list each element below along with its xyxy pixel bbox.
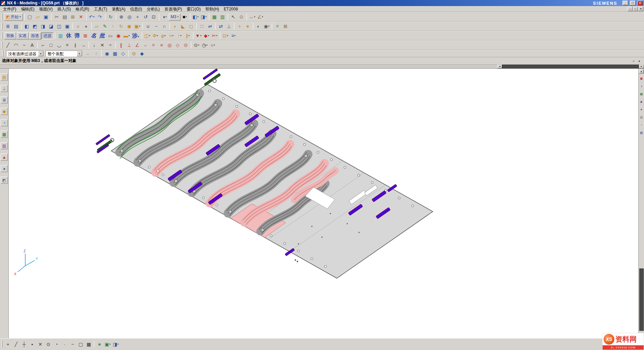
circle-diameter-icon[interactable]: ○▾	[209, 41, 217, 49]
trim-punch-icon[interactable]: ✂▾	[211, 32, 219, 40]
pan-view-icon[interactable]: +	[134, 13, 141, 21]
menu-help[interactable]: 帮助(H)	[203, 6, 222, 12]
dropdown-arrow-icon[interactable]: ▾	[262, 15, 263, 18]
shaded-style-icon[interactable]: ◑▾	[161, 13, 168, 21]
coincident-constraint-icon[interactable]: ◇	[174, 41, 182, 49]
layer-settings-icon[interactable]: ≣	[4, 23, 12, 30]
view-shortcut-icon[interactable]: ◨▾	[112, 341, 120, 348]
fillet-curve-icon[interactable]: ◡	[55, 41, 63, 49]
dowel-pin-icon[interactable]: φ▾	[160, 32, 167, 40]
arc-center-snap-icon[interactable]: ⊙	[44, 341, 52, 348]
selection-scope-dropdown-icon[interactable]: ▾	[77, 51, 82, 56]
render-history-tab[interactable]: ◔	[639, 123, 644, 127]
datum-plane-icon[interactable]: ▱	[93, 23, 101, 30]
dropdown-arrow-icon[interactable]: ▾	[109, 343, 111, 346]
scene-editor-tab[interactable]: ◆	[639, 99, 644, 104]
tangent-constraint-icon[interactable]: ⌣	[141, 41, 149, 49]
toolbar-grip[interactable]	[2, 42, 3, 49]
information-window-icon[interactable]: ▥	[219, 13, 226, 21]
text-curve-icon[interactable]: A	[28, 41, 36, 49]
dropdown-arrow-icon[interactable]: ▾	[178, 15, 179, 18]
materials-tab[interactable]: ▨	[1, 142, 8, 149]
start-menu-button[interactable]: ◩开始▾	[4, 13, 23, 21]
selection-filter-dropdown-icon[interactable]: ▾	[38, 51, 43, 56]
divide-curve-icon[interactable]: ÷	[106, 41, 114, 49]
dropdown-arrow-icon[interactable]: ▾	[149, 34, 150, 37]
work-part-gem-icon[interactable]: ◆	[138, 50, 146, 58]
save-icon[interactable]: ▣	[42, 13, 50, 21]
edge-blend-icon[interactable]: ◗	[171, 23, 179, 30]
cut-icon[interactable]: ✂	[53, 13, 61, 21]
dropdown-arrow-icon[interactable]: ▾	[208, 34, 209, 37]
constraint-navigator-tab[interactable]: ⊥	[1, 85, 8, 92]
hole-icon[interactable]: ◉	[125, 23, 133, 30]
midpoint-snap-icon[interactable]: ┼	[20, 341, 28, 348]
view-fit-icon[interactable]: ▣	[63, 23, 71, 30]
show-hide-icon[interactable]: ◉▾	[263, 23, 270, 30]
blank-nesting-icon[interactable]: ▭	[106, 32, 114, 40]
refresh-view-icon[interactable]: ↻	[107, 13, 115, 21]
menu-file[interactable]: 文件(F)	[1, 6, 19, 12]
lock-layers-icon[interactable]: ⊠	[282, 23, 289, 30]
dropdown-arrow-icon[interactable]: ▾	[157, 34, 158, 37]
toolbar-grip[interactable]	[2, 13, 3, 20]
menu-assemblies[interactable]: 装配(A)	[109, 6, 128, 12]
view-top-icon[interactable]: ◩	[31, 23, 39, 30]
arc-icon[interactable]: ◠	[12, 41, 20, 49]
profile-icon[interactable]: ⌐	[39, 41, 47, 49]
solid-transparent-button[interactable]: 实透	[17, 32, 29, 39]
effects-tab[interactable]: ●	[639, 107, 644, 112]
zoom-window-icon[interactable]: ◎	[126, 13, 133, 21]
display-modes-tab[interactable]: ▧	[639, 130, 644, 135]
hole-table-icon[interactable]: ⊡▾	[222, 32, 229, 40]
statusbar-expand-icon[interactable]: ▪	[637, 58, 642, 64]
dropdown-arrow-icon[interactable]: ▾	[186, 15, 187, 18]
shaded-display-icon[interactable]: ●	[82, 23, 90, 30]
dropdown-arrow-icon[interactable]: ▾	[234, 34, 236, 37]
arc-three-point-icon[interactable]: ◷▾	[201, 41, 208, 49]
strip-layout-model[interactable]: Z Y X	[9, 69, 638, 338]
work-layer-button[interactable]: M3▾	[169, 13, 181, 21]
screw-insert-icon[interactable]: Φ▾	[152, 32, 159, 40]
orient-view-icon[interactable]: ◧▾	[192, 13, 199, 21]
angle-dimension-icon[interactable]: ∠	[133, 41, 141, 49]
dropdown-arrow-icon[interactable]: ▾	[138, 35, 139, 38]
menu-tools[interactable]: 工具(T)	[92, 6, 109, 12]
toolbar-grip[interactable]	[2, 341, 3, 348]
point-on-curve-snap-icon[interactable]: ~	[69, 341, 76, 348]
layer-category-icon[interactable]: ▤	[12, 23, 20, 30]
lasso-select-icon[interactable]: ◇	[119, 50, 127, 58]
control-point-snap-icon[interactable]: ▪	[28, 341, 36, 348]
ming-tool-button[interactable]: 名	[90, 32, 98, 40]
pressure-center-icon[interactable]: ◉	[115, 32, 122, 40]
dropdown-arrow-icon[interactable]: ▾	[254, 15, 255, 18]
selection-filter-combo[interactable]: 没有选择过滤器 ▾	[6, 51, 44, 57]
snapshots-tab[interactable]: ▤	[639, 115, 644, 120]
spring-insert-icon[interactable]: ≈▾	[168, 32, 175, 40]
child-close-button[interactable]: ✕	[638, 7, 643, 11]
intersection-snap-icon[interactable]: ✕	[36, 341, 44, 348]
snap-point-toggle-icon[interactable]: ⊙	[130, 50, 138, 58]
dropdown-arrow-icon[interactable]: ▾	[180, 34, 182, 37]
spreadsheet-icon[interactable]: ▦	[211, 13, 218, 21]
toolbar-grip[interactable]	[2, 50, 3, 57]
dropdown-arrow-icon[interactable]: ▾	[188, 34, 190, 37]
expressions-icon[interactable]: =	[273, 23, 281, 30]
spring-tool-button[interactable]: 弹	[73, 32, 81, 40]
menu-preferences[interactable]: 首选项(P)	[162, 6, 184, 12]
menu-window[interactable]: 窗口(O)	[184, 6, 203, 12]
new-file-icon[interactable]: ▢	[26, 13, 34, 21]
child-minimize-button[interactable]: —	[627, 7, 633, 11]
line-icon[interactable]: ╱	[4, 41, 12, 49]
toolbar-grip[interactable]	[2, 32, 3, 39]
endpoint-snap-icon[interactable]: ╱	[12, 341, 20, 348]
select-arrow-icon[interactable]: ↖	[229, 13, 237, 21]
measure-distance-icon[interactable]: ↔▾	[248, 13, 256, 21]
dropdown-arrow-icon[interactable]: ▾	[118, 343, 119, 346]
dropdown-arrow-icon[interactable]: ▾	[206, 44, 207, 46]
bom-list-icon[interactable]: ≡▾	[230, 32, 237, 40]
kf-navigator-tab[interactable]: ▣	[639, 76, 644, 81]
undo-icon[interactable]: ↶▾	[88, 13, 96, 21]
system-scenes-tab[interactable]: ▦	[1, 131, 8, 138]
strip-layout-icon[interactable]: ▥	[57, 32, 64, 40]
